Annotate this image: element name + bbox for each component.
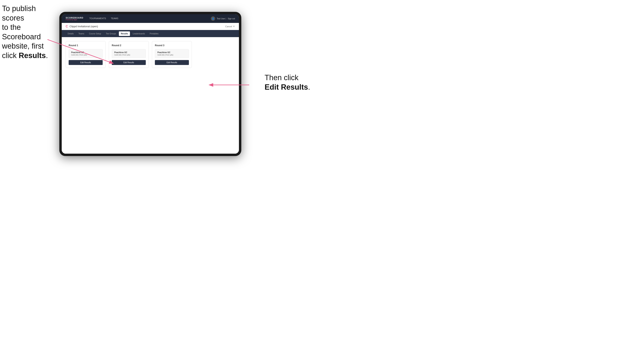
logo-area: SCOREBOARD Powered by clippd: [66, 17, 83, 20]
sign-out-link[interactable]: Sign out: [228, 17, 235, 20]
edit-results-button-2[interactable]: Edit Results: [112, 60, 146, 65]
nav-tournaments[interactable]: TOURNAMENTS: [89, 16, 106, 21]
tab-tee-groups[interactable]: Tee Groups: [104, 31, 118, 36]
round-1-course-card: Peachtree GC Gold (M) (7010 yds): [69, 49, 103, 58]
tournament-icon: C: [66, 25, 68, 28]
tab-printables[interactable]: Printables: [148, 31, 160, 36]
round-1-course-details: Gold (M) (7010 yds): [71, 54, 100, 56]
header-user-text: Test User |: [217, 17, 226, 20]
round-card-3: Round 3 Peachtree GC Gold (M) (7010 yds)…: [152, 41, 192, 68]
tournament-title-area: C Clippd Invitational (open): [66, 25, 98, 28]
round-2-course-card: Peachtree GC Gold (M) (7010 yds): [112, 49, 146, 58]
header-right: 👤 Test User | Sign out: [211, 16, 235, 21]
logo-scoreboard: SCOREBOARD: [66, 17, 83, 19]
sub-nav: Details Teams Course Setup Tee Groups Re…: [62, 30, 239, 37]
tab-leaderboards[interactable]: Leaderboards: [131, 31, 147, 36]
main-content: Round 1 Peachtree GC Gold (M) (7010 yds)…: [62, 37, 239, 154]
round-2-course-details: Gold (M) (7010 yds): [114, 54, 143, 56]
edit-results-button-1[interactable]: Edit Results: [69, 60, 103, 65]
cancel-button[interactable]: Cancel ✕: [225, 25, 235, 28]
round-card-1: Round 1 Peachtree GC Gold (M) (7010 yds)…: [66, 41, 106, 68]
logo-sub: Powered by clippd: [66, 19, 77, 20]
logo-box: SCOREBOARD Powered by clippd: [66, 17, 83, 20]
round-1-course-name: Peachtree GC: [71, 51, 100, 53]
instruction-left: To publish scores to the Scoreboard webs…: [2, 4, 57, 60]
user-avatar: 👤: [211, 16, 215, 21]
app-header: SCOREBOARD Powered by clippd TOURNAMENTS…: [62, 14, 239, 23]
cancel-x-icon: ✕: [233, 25, 235, 28]
tournament-name: Clippd Invitational (open): [70, 25, 98, 28]
tab-course-setup[interactable]: Course Setup: [87, 31, 103, 36]
rounds-grid: Round 1 Peachtree GC Gold (M) (7010 yds)…: [66, 41, 235, 68]
tablet-device: SCOREBOARD Powered by clippd TOURNAMENTS…: [59, 12, 241, 156]
round-2-course-name: Peachtree GC: [114, 51, 143, 53]
tab-results[interactable]: Results: [119, 31, 130, 36]
round-3-title: Round 3: [155, 44, 189, 47]
round-card-2: Round 2 Peachtree GC Gold (M) (7010 yds)…: [109, 41, 149, 68]
tournament-bar: C Clippd Invitational (open) Cancel ✕: [62, 23, 239, 30]
edit-results-button-3[interactable]: Edit Results: [155, 60, 189, 65]
round-2-title: Round 2: [112, 44, 146, 47]
round-1-title: Round 1: [69, 44, 103, 47]
nav-teams[interactable]: TEAMS: [111, 16, 118, 21]
tablet-screen: SCOREBOARD Powered by clippd TOURNAMENTS…: [62, 14, 239, 154]
instruction-right: Then click Edit Results.: [265, 73, 310, 92]
round-3-course-name: Peachtree GC: [158, 51, 186, 53]
tab-details[interactable]: Details: [66, 31, 76, 36]
round-3-course-details: Gold (M) (7010 yds): [158, 54, 186, 56]
nav-links: TOURNAMENTS TEAMS: [89, 16, 211, 21]
round-3-course-card: Peachtree GC Gold (M) (7010 yds): [155, 49, 189, 58]
tab-teams[interactable]: Teams: [76, 31, 86, 36]
